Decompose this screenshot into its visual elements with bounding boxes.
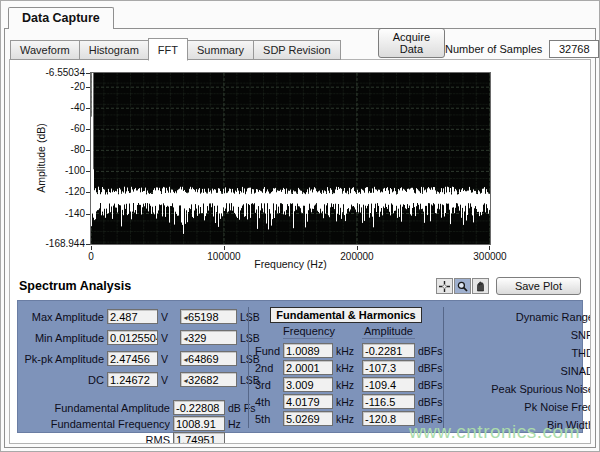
harmonic-label: Fund [253, 345, 280, 357]
data-capture-page: WaveformHistogramFFTSummarySDP Revision … [4, 28, 596, 448]
harmonic-amp-field: -120.8 [362, 411, 415, 426]
save-plot-button[interactable]: Save Plot [496, 277, 581, 295]
metric-row: Pk Noise Freq867.31Hz [446, 399, 591, 414]
samples-label: Number of Samples [445, 43, 542, 55]
harmonic-row: Fund1.0089kHz-0.2281dBFs [253, 343, 439, 358]
harmonic-label: 2nd [253, 362, 280, 374]
decrement-arrow-icon[interactable]: ◂ [183, 355, 187, 364]
metric-label: SNR [446, 329, 591, 341]
stat-lsb-field[interactable]: ◂329 [180, 330, 237, 345]
subtab-bar: WaveformHistogramFFTSummarySDP Revision [10, 38, 340, 60]
fft-plot-area[interactable] [90, 72, 491, 245]
harmonic-amp-field: -109.4 [362, 377, 415, 392]
tab-sdp-revision[interactable]: SDP Revision [253, 40, 341, 60]
stat-unit: V [161, 311, 177, 323]
fft-chart: Amplitude (dB) [10, 60, 590, 273]
stat-unit: V [161, 374, 177, 386]
stat-value-field: 1008.91 [173, 416, 225, 431]
y-tick-mark [86, 108, 90, 109]
harmonic-amp-field: -0.2281 [362, 343, 415, 358]
stat-label: Max Amplitude [24, 311, 104, 323]
x-tick-mark [91, 246, 92, 250]
stat-label: Fundamental Frequency [24, 418, 170, 430]
spectrum-analysis-panel: Max Amplitude2.487V◂65198LSBMin Amplitud… [17, 300, 583, 433]
metric-label: Pk Noise Freq [446, 401, 591, 413]
y-tick-label: -40 [13, 102, 85, 113]
y-tick-mark [86, 87, 90, 88]
y-tick-mark [86, 214, 90, 215]
stat-value-field: -0.22808 [173, 400, 225, 415]
zoom-tool-icon[interactable] [454, 278, 471, 294]
data-capture-window: Data Capture WaveformHistogramFFTSummary… [0, 0, 600, 452]
stat-value-field: 2.487 [107, 309, 158, 324]
x-tick-mark [489, 246, 490, 250]
y-tick-mark [86, 171, 90, 172]
samples-combobox[interactable]: 32768 ▼ [549, 40, 600, 58]
amplitude-column-header: Amplitude [362, 325, 415, 339]
tab-data-capture[interactable]: Data Capture [8, 7, 114, 29]
harmonic-amp-field: -107.3 [362, 360, 415, 375]
stat-row: RMS1.74951 [24, 432, 248, 444]
stat-label: DC [24, 374, 104, 386]
tab-histogram[interactable]: Histogram [79, 40, 149, 60]
harmonic-label: 3rd [253, 379, 280, 391]
harmonic-freq-unit: kHz [336, 379, 359, 391]
y-tick-mark [86, 192, 90, 193]
harmonics-title: Fundamental & Harmonics [270, 307, 421, 323]
metric-row: Dynamic Range86.5813dB [446, 309, 591, 324]
stat-row: Fundamental Amplitude-0.22808dB Fs [24, 400, 248, 415]
decrement-arrow-icon[interactable]: ◂ [183, 334, 187, 343]
main-tab-row: Data Capture [1, 1, 599, 28]
tab-waveform[interactable]: Waveform [10, 40, 80, 60]
y-tick-mark [86, 129, 90, 130]
metric-label: Peak Spurious Noise [446, 383, 591, 395]
samples-group: Number of Samples 32768 ▼ [445, 40, 600, 58]
stat-label: RMS [24, 434, 170, 445]
x-tick-mark [357, 246, 358, 250]
tab-fft[interactable]: FFT [148, 38, 188, 61]
harmonic-freq-field: 3.009 [283, 377, 333, 392]
metric-row: SNR86.2145dB [446, 327, 591, 342]
metric-label: SINAD [446, 365, 591, 377]
harmonic-amp-unit: dBFs [418, 379, 446, 391]
y-tick-mark [86, 73, 90, 74]
stat-label: Min Amplitude [24, 332, 104, 344]
graph-tool-palette [435, 278, 489, 294]
stat-value-field: 0.0125504 [107, 330, 158, 345]
harmonic-label: 5th [253, 413, 280, 425]
y-tick-label: -168.944 [13, 238, 85, 249]
stat-row: Pk-pk Amplitude2.47456V◂64869LSB [24, 351, 248, 366]
stat-lsb-value: 329 [188, 332, 206, 344]
decrement-arrow-icon[interactable]: ◂ [183, 376, 187, 385]
frequency-column-header: Frequency [283, 325, 333, 339]
pan-tool-icon[interactable] [472, 278, 489, 294]
harmonics-header-row: Frequency Amplitude [253, 325, 439, 341]
metric-label: THD [446, 347, 591, 359]
stat-row: Fundamental Frequency1008.91Hz [24, 416, 248, 431]
stat-value-field: 1.74951 [173, 432, 225, 444]
harmonic-row: 3rd3.009kHz-109.4dBFs [253, 377, 439, 392]
x-axis-title: Frequency (Hz) [90, 258, 491, 270]
y-tick-label: -80 [13, 144, 85, 155]
stat-lsb-field[interactable]: ◂32682 [180, 372, 237, 387]
x-tick-mark [224, 246, 225, 250]
stat-lsb-field[interactable]: ◂65198 [180, 309, 237, 324]
cursor-tool-icon[interactable] [436, 278, 453, 294]
stat-lsb-value: 65198 [188, 311, 219, 323]
harmonic-freq-unit: kHz [336, 362, 359, 374]
harmonic-amp-field: -116.5 [362, 394, 415, 409]
stat-label: Pk-pk Amplitude [24, 353, 104, 365]
y-tick-label: -6.55034 [13, 67, 85, 78]
metric-row: SINAD86.1527dB [446, 363, 591, 378]
harmonic-label: 4th [253, 396, 280, 408]
tab-summary[interactable]: Summary [187, 40, 254, 60]
stat-lsb-field[interactable]: ◂64869 [180, 351, 237, 366]
decrement-arrow-icon[interactable]: ◂ [183, 313, 187, 322]
stat-unit: V [161, 353, 177, 365]
harmonic-amp-unit: dBFs [418, 362, 446, 374]
harmonic-freq-field: 5.0269 [283, 411, 333, 426]
acquire-data-button[interactable]: Acquire Data [378, 28, 445, 58]
harmonic-amp-unit: dBFs [418, 345, 446, 357]
stat-lsb-value: 32682 [188, 374, 219, 386]
samples-value[interactable]: 32768 [549, 40, 599, 58]
